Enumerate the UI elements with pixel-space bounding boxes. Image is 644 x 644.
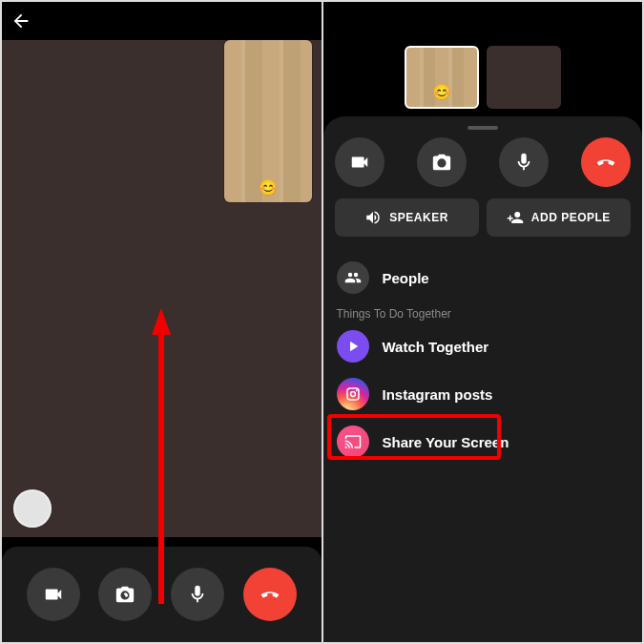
participant-thumb-other[interactable]	[487, 46, 561, 109]
watch-together-item[interactable]: Watch Together	[335, 322, 632, 370]
back-button[interactable]	[8, 8, 34, 34]
speaker-button[interactable]: SPEAKER	[335, 198, 479, 237]
secondary-buttons-row: SPEAKER ADD PEOPLE	[335, 198, 632, 237]
mic-toggle-button[interactable]	[499, 137, 549, 187]
play-icon	[344, 338, 362, 355]
phone-end-icon	[260, 584, 280, 605]
add-people-label: ADD PEOPLE	[531, 211, 611, 224]
speaker-label: SPEAKER	[389, 211, 448, 224]
flip-camera-button[interactable]	[417, 137, 467, 187]
microphone-icon	[187, 584, 208, 605]
arrow-left-icon	[10, 10, 31, 31]
add-people-button[interactable]: ADD PEOPLE	[487, 198, 631, 237]
microphone-icon	[513, 152, 534, 173]
instagram-posts-item[interactable]: Instagram posts	[335, 370, 632, 418]
people-label: People	[383, 270, 429, 286]
phone-right: 😊	[322, 0, 645, 644]
camera-flip-icon	[114, 584, 135, 605]
camera-toggle-button[interactable]	[27, 568, 80, 621]
shutter-button[interactable]	[13, 489, 52, 528]
group-icon	[344, 269, 362, 286]
share-screen-label: Share Your Screen	[383, 434, 509, 450]
share-screen-icon	[337, 426, 369, 458]
video-camera-icon	[43, 584, 64, 605]
left-header	[2, 2, 322, 40]
people-icon	[337, 261, 369, 294]
mic-toggle-button[interactable]	[171, 568, 224, 621]
video-camera-icon	[349, 152, 370, 173]
svg-point-3	[355, 389, 357, 391]
call-options-sheet: SPEAKER ADD PEOPLE People Things To Do T…	[323, 116, 643, 642]
add-people-icon	[507, 209, 524, 226]
participants-strip: 😊	[323, 2, 643, 116]
instagram-posts-label: Instagram posts	[383, 386, 493, 403]
phone-left: 😊	[0, 0, 322, 644]
hangup-button[interactable]	[243, 568, 297, 621]
people-item[interactable]: People	[335, 254, 632, 301]
watch-together-label: Watch Together	[383, 339, 489, 355]
watch-together-icon	[337, 330, 369, 363]
instagram-glyph-icon	[344, 385, 362, 403]
hangup-button[interactable]	[581, 137, 631, 187]
smile-icon: 😊	[432, 82, 451, 101]
flip-camera-button[interactable]	[98, 568, 152, 621]
section-title: Things To Do Together	[335, 301, 632, 322]
instagram-icon	[337, 378, 369, 410]
self-video-thumbnail[interactable]: 😊	[224, 40, 312, 202]
sheet-controls-row	[335, 137, 632, 187]
cast-icon	[344, 433, 362, 450]
participant-thumb-self[interactable]: 😊	[405, 46, 479, 109]
svg-point-2	[350, 392, 355, 397]
sheet-handle[interactable]	[467, 126, 498, 130]
speaker-icon	[364, 209, 382, 226]
phone-end-icon	[595, 152, 616, 173]
call-controls-bar	[2, 547, 322, 642]
smile-icon: 😊	[259, 177, 278, 197]
camera-toggle-button[interactable]	[335, 137, 384, 187]
share-screen-item[interactable]: Share Your Screen	[335, 418, 632, 466]
camera-flip-icon	[431, 152, 452, 173]
